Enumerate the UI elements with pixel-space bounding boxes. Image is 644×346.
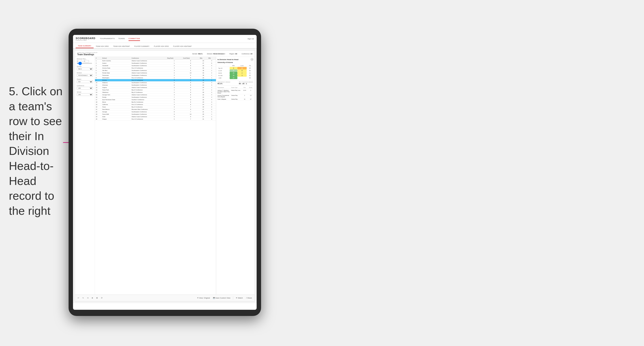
table-row[interactable]: 15 Georgia Tech Atlantic Coast Conferenc… [95,94,216,96]
sub-nav-player-h2h-grid[interactable]: PLAYER H2H GRID [152,45,171,48]
cell-conf-rank: 9 [182,101,199,103]
cell-rds: 18 [199,69,208,72]
timer-button[interactable]: ⏱ [100,297,104,299]
tournament-pos: 2-3-0 [242,90,247,94]
table-row[interactable]: 16 Florida Southeastern Conference 7 9 2… [95,96,216,99]
table-row[interactable]: 13 Texas Tech Big 12 Conference 1 9 27 2 [95,89,216,91]
h2h-close-button[interactable]: ✕ [251,58,253,61]
cell-conf-rank: 8 [182,86,199,89]
cell-school: Texas A&M [101,113,131,116]
cell-rank: 13 [95,89,101,91]
cell-rank: 17 [95,99,101,101]
sign-out-button[interactable]: Sign out [248,38,254,40]
h2h-ties: 1 [247,72,253,74]
copy-button[interactable]: ⊕ [91,297,94,299]
table-row[interactable]: 5 Ole Miss Southeastern Conference 3 6 1… [95,69,216,72]
conference-select[interactable]: (All) [77,87,93,89]
tablet-screen: SCOREBOARD Powered by clippd TOURNAMENTS… [73,35,257,310]
cell-rds: 18 [199,74,208,77]
cell-win: 6 [208,62,216,64]
view-original-button[interactable]: 👁 View: Original [196,297,211,299]
table-row[interactable]: 24 Duke Atlantic Coast Conference 5 9 27… [95,116,216,118]
cell-rds: 24 [199,103,208,106]
cell-reg-rank: 2 [166,91,182,94]
h2h-row: 26-50 25 2 1 [218,72,253,74]
redo-button[interactable]: ↪ [82,297,85,299]
cell-win: 2 [208,79,216,82]
h2h-range: >100 [218,77,230,79]
cell-conf-rank: 8 [182,84,199,86]
share-button[interactable]: ⤴ Share [245,297,253,299]
cell-school: Arizona State [101,67,131,69]
cell-win: 1 [208,69,216,72]
cell-school: North Carolina [101,60,131,62]
h2h-range: Top 10 [218,67,230,70]
table-row[interactable]: 6 Florida State Atlantic Coast Conferenc… [95,72,216,74]
h2h-header: In Division Head-to-Head ✕ [218,58,253,61]
save-custom-button[interactable]: 💾 Save Custom View [212,297,231,299]
sub-nav-team-h2h-grid[interactable]: TEAM H2H GRID [94,45,111,48]
undo-button[interactable]: ↩ [77,297,80,299]
logo-area: SCOREBOARD Powered by clippd [76,37,95,41]
table-row[interactable]: 21 New Mexico Mountain West Conference 1… [95,108,216,111]
h2h-wins: 27 [230,77,238,79]
cell-school: Auburn [101,62,131,64]
nav-tournaments[interactable]: TOURNAMENTS [100,37,114,41]
table-row[interactable]: 4 Arizona State Pac-12 Conference 4 6 26… [95,67,216,69]
table-row[interactable]: 9 Arizona Pac-12 Conference 5 8 10 2 [95,79,216,82]
sub-nav-team-h2h-heatmap[interactable]: TEAM H2H HEATMAP [111,45,132,48]
gender-select[interactable]: Men's [77,68,93,70]
min-rounds-slider[interactable] [77,63,92,64]
division-select[interactable]: NCAA Division I [77,74,93,77]
table-row[interactable]: 17 East Tennessee State Southern Confere… [95,99,216,101]
school-select[interactable]: (All) [77,93,93,96]
cell-conf-rank: 9 [182,116,199,118]
cell-school: East Tennessee State [101,99,131,101]
tournament-pos: 1 [242,95,247,97]
cell-rank: 14 [95,91,101,94]
h2h-losses: 2 [238,72,246,74]
cell-conf-rank: 9 [182,89,199,91]
table-row[interactable]: 3 Vanderbilt Southeastern Conference 2 8… [95,64,216,67]
table-row[interactable]: 1 North Carolina Atlantic Coast Conferen… [95,60,216,62]
cell-win: 1 [208,111,216,113]
table-row[interactable]: 7 Tennessee Southeastern Conference 4 6 … [95,74,216,77]
nav-committee[interactable]: COMMITTEE [128,37,140,41]
cell-conference: Southeastern Conference [131,69,166,72]
logo-text: SCOREBOARD [76,37,95,39]
h2h-range: 11-25 [218,69,230,72]
cell-conf-rank: 9 [182,60,199,62]
table-row[interactable]: 8 Washington Pac-12 Conference 2 8 23 1 [95,77,216,79]
table-row[interactable]: 12 Virginia Atlantic Coast Conference 3 … [95,86,216,89]
cell-reg-rank: 1 [166,89,182,91]
table-row[interactable]: 18 Illinois Big Ten Conference 1 9 23 3 [95,101,216,103]
cell-reg-rank: 4 [166,67,182,69]
nav-teams[interactable]: TEAMS [118,37,125,41]
cell-rank: 6 [95,72,101,74]
paste-button[interactable]: ⊞ [95,297,99,299]
table-row[interactable]: 23 Texas A&M Southeastern Conference 9 1… [95,113,216,116]
cell-rds: 20 [199,106,208,108]
table-row[interactable]: 10 Alabama Southeastern Conference 5 8 2… [95,82,216,84]
cell-reg-rank: 8 [166,99,182,101]
cell-reg-rank: 3 [166,69,182,72]
forward-button[interactable]: ⇥ [86,297,90,299]
sub-nav-team-summary[interactable]: TEAM SUMMARY [76,45,94,48]
table-row[interactable]: 11 Arkansas Southeastern Conference 6 8 … [95,84,216,86]
cell-reg-rank: 1 [166,62,182,64]
table-row[interactable]: 2 Auburn Southeastern Conference 1 9 27 … [95,62,216,64]
region-select[interactable]: N/A [77,80,93,83]
cell-rds: 10 [199,79,208,82]
watch-button[interactable]: 👁 Watch [235,297,244,299]
sub-nav-player-summary[interactable]: PLAYER SUMMARY [132,45,152,48]
tournament-row: Arizona Thunderbirds Intercollegiate Str… [218,94,253,98]
sub-nav-player-h2h-heatmap[interactable]: PLAYER H2H HEATMAP [171,45,194,48]
table-row[interactable]: 22 Georgia Southeastern Conference 8 7 2… [95,111,216,113]
table-row[interactable]: 19 California Pac-12 Conference 4 8 24 2 [95,103,216,106]
table-row[interactable]: 14 Oklahoma Big 12 Conference 2 9 26 2 [95,91,216,94]
tournament-name: Jackson T. Stephens Cup Men's Match-Play… [218,90,230,94]
gender-filter: Gender Men's [77,66,93,70]
table-row[interactable]: 20 Texas Big 12 Conference 3 7 20 0 [95,106,216,108]
table-row[interactable]: 25 Oregon Pac-12 Conference 5 7 21 0 [95,118,216,120]
cell-conf-rank: 7 [182,118,199,120]
